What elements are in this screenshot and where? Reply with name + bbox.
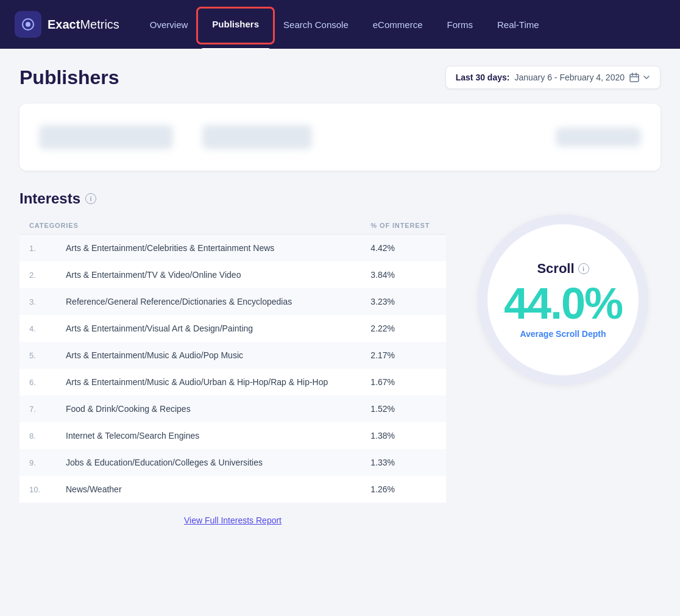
nav-item-search-console[interactable]: Search Console [272, 15, 359, 35]
logo[interactable]: ExactMetrics [15, 11, 119, 38]
row-num-cell: 9. [19, 449, 56, 476]
nav-item-forms[interactable]: Forms [436, 15, 484, 35]
row-num-cell: 10. [19, 476, 56, 503]
chevron-down-icon [643, 74, 650, 81]
scroll-title-row: Scroll i [537, 261, 589, 277]
row-number: 2. [29, 271, 46, 280]
row-number: 3. [29, 297, 46, 306]
row-num-cell: 1. [19, 235, 56, 262]
table-row: 1. Arts & Entertainment/Celebrities & En… [19, 235, 446, 262]
row-category-cell: Arts & Entertainment/Music & Audio/Urban… [56, 369, 361, 395]
blurred-stat-3 [556, 127, 641, 147]
table-row: 2. Arts & Entertainment/TV & Video/Onlin… [19, 261, 446, 288]
row-number: 4. [29, 324, 46, 333]
table-row: 5. Arts & Entertainment/Music & Audio/Po… [19, 342, 446, 369]
nav-items: Overview Publishers Search Console eComm… [139, 15, 665, 35]
date-range-value: January 6 - February 4, 2020 [514, 73, 625, 82]
row-category-cell: Reference/General Reference/Dictionaries… [56, 288, 361, 315]
row-pct-cell: 2.22% [361, 315, 446, 342]
row-pct-cell: 1.26% [361, 476, 446, 503]
row-number: 7. [29, 405, 46, 414]
row-pct-cell: 3.84% [361, 261, 446, 288]
row-category-cell: Arts & Entertainment/Visual Art & Design… [56, 315, 361, 342]
table-row: 7. Food & Drink/Cooking & Recipes 1.52% [19, 395, 446, 422]
svg-rect-2 [630, 74, 639, 82]
logo-icon [15, 11, 41, 38]
table-row: 3. Reference/General Reference/Dictionar… [19, 288, 446, 315]
row-category-cell: Arts & Entertainment/Celebrities & Enter… [56, 235, 361, 262]
date-range-picker[interactable]: Last 30 days: January 6 - February 4, 20… [445, 66, 661, 89]
scroll-subtitle: Average Scroll Depth [520, 329, 606, 339]
view-full-interests-link[interactable]: View Full Interests Report [184, 515, 282, 525]
row-category-cell: Internet & Telecom/Search Engines [56, 422, 361, 449]
page-header: Publishers Last 30 days: January 6 - Feb… [19, 66, 661, 89]
row-pct-cell: 2.17% [361, 342, 446, 369]
row-pct-cell: 1.67% [361, 369, 446, 395]
row-category-cell: Food & Drink/Cooking & Recipes [56, 395, 361, 422]
scroll-percent: 44.0% [504, 281, 622, 325]
interests-left: Interests i CATEGORIES % OF INTEREST 1. … [19, 190, 446, 526]
stats-blurred-area [19, 104, 661, 171]
row-number: 5. [29, 351, 46, 360]
scroll-circle: Scroll i 44.0% Average Scroll Depth [478, 214, 648, 385]
row-number: 1. [29, 244, 46, 253]
blurred-stat-1 [39, 125, 173, 149]
page-title: Publishers [19, 66, 119, 89]
row-category-cell: Arts & Entertainment/Music & Audio/Pop M… [56, 342, 361, 369]
scroll-title: Scroll [537, 261, 574, 277]
nav-item-ecommerce[interactable]: eCommerce [362, 15, 434, 35]
navigation: ExactMetrics Overview Publishers Search … [0, 0, 680, 49]
interests-title: Interests [19, 190, 80, 207]
row-num-cell: 8. [19, 422, 56, 449]
row-pct-cell: 3.23% [361, 288, 446, 315]
row-num-cell: 6. [19, 369, 56, 395]
svg-point-1 [26, 22, 30, 27]
table-row: 6. Arts & Entertainment/Music & Audio/Ur… [19, 369, 446, 395]
calendar-icon [629, 73, 639, 82]
table-header: CATEGORIES % OF INTEREST [19, 217, 446, 235]
nav-item-overview[interactable]: Overview [139, 15, 199, 35]
row-pct-cell: 1.33% [361, 449, 446, 476]
nav-item-realtime[interactable]: Real-Time [486, 15, 550, 35]
date-range-icons [629, 73, 650, 82]
interests-section: Interests i CATEGORIES % OF INTEREST 1. … [19, 190, 661, 526]
date-range-label: Last 30 days: [456, 73, 510, 82]
row-num-cell: 3. [19, 288, 56, 315]
row-num-cell: 2. [19, 261, 56, 288]
view-full-link-row: View Full Interests Report [19, 515, 446, 526]
nav-item-publishers-wrapper: Publishers [201, 19, 270, 30]
table-row: 4. Arts & Entertainment/Visual Art & Des… [19, 315, 446, 342]
row-category-cell: Arts & Entertainment/TV & Video/Online V… [56, 261, 361, 288]
row-number: 8. [29, 431, 46, 441]
row-number: 10. [29, 485, 46, 494]
table-row: 10. News/Weather 1.26% [19, 476, 446, 503]
row-number: 6. [29, 378, 46, 387]
table-row: 9. Jobs & Education/Education/Colleges &… [19, 449, 446, 476]
row-num-cell: 4. [19, 315, 56, 342]
scroll-widget: Scroll i 44.0% Average Scroll Depth [466, 190, 661, 385]
row-category-cell: Jobs & Education/Education/Colleges & Un… [56, 449, 361, 476]
row-num-cell: 5. [19, 342, 56, 369]
scroll-info-icon[interactable]: i [578, 263, 589, 274]
main-content: Publishers Last 30 days: January 6 - Feb… [0, 49, 680, 543]
row-number: 9. [29, 458, 46, 467]
interests-table: CATEGORIES % OF INTEREST 1. Arts & Enter… [19, 217, 446, 503]
row-category-cell: News/Weather [56, 476, 361, 503]
row-pct-cell: 4.42% [361, 235, 446, 262]
col-categories-header: CATEGORIES [19, 217, 361, 235]
row-pct-cell: 1.38% [361, 422, 446, 449]
section-title-row: Interests i [19, 190, 446, 207]
interests-info-icon[interactable]: i [85, 193, 96, 204]
blurred-stat-2 [202, 125, 312, 149]
logo-text: ExactMetrics [48, 18, 119, 32]
table-row: 8. Internet & Telecom/Search Engines 1.3… [19, 422, 446, 449]
nav-item-publishers[interactable]: Publishers [201, 14, 270, 34]
row-pct-cell: 1.52% [361, 395, 446, 422]
col-pct-header: % OF INTEREST [361, 217, 446, 235]
row-num-cell: 7. [19, 395, 56, 422]
